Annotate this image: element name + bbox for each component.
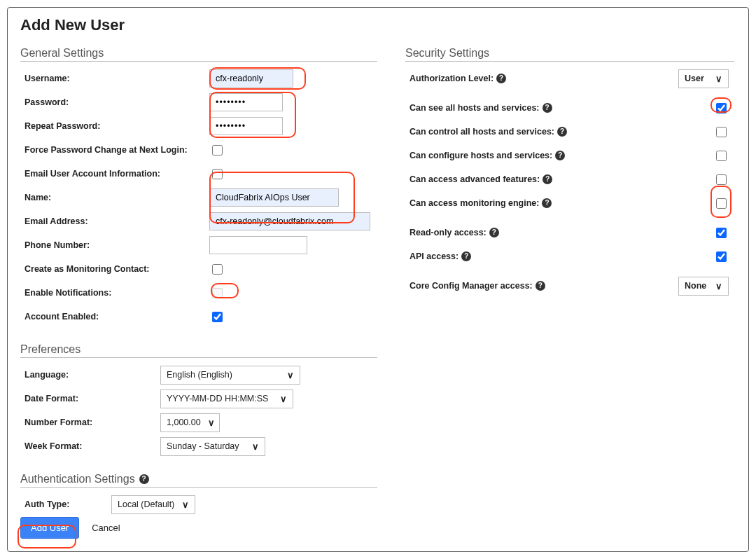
help-icon[interactable]: ? [139,474,149,484]
help-icon[interactable]: ? [555,151,565,160]
phone-label: Phone Number: [20,240,209,250]
email-user-info-checkbox[interactable] [212,169,223,179]
advanced-checkbox[interactable] [716,174,727,185]
username-input[interactable] [209,69,293,88]
see-all-label: Can see all hosts and services: [410,103,540,113]
username-label: Username: [20,74,209,83]
monitoring-engine-label: Can access monitoring engine: [410,198,539,208]
ccm-label: Core Config Manager access: [410,281,533,291]
date-format-select-value: YYYY-MM-DD HH:MM:SS [167,394,268,403]
control-all-checkbox[interactable] [716,127,727,137]
force-pw-change-checkbox[interactable] [212,145,223,156]
language-select-value: English (English) [167,370,232,380]
cancel-button[interactable]: Cancel [85,518,127,538]
ccm-select[interactable]: None ∨ [678,277,729,296]
create-monitoring-label: Create as Monitoring Contact: [20,264,209,274]
divider [20,357,377,358]
configure-label: Can configure hosts and services: [410,151,552,160]
language-label: Language: [20,370,160,380]
week-format-select-value: Sunday - Saturday [167,441,239,451]
force-pw-change-label: Force Password Change at Next Login: [20,145,209,155]
authentication-heading: Authentication Settings ? [20,473,377,485]
chevron-down-icon: ∨ [252,441,259,452]
monitoring-engine-checkbox[interactable] [716,198,727,209]
api-label: API access: [410,251,458,261]
chevron-down-icon: ∨ [182,499,189,510]
general-settings-heading: General Settings [20,47,377,60]
auth-level-select-value: User [685,74,704,83]
help-icon[interactable]: ? [542,103,552,113]
preferences-heading: Preferences [20,343,377,356]
help-icon[interactable]: ? [542,174,552,184]
phone-input[interactable] [209,236,307,254]
auth-type-label: Auth Type: [20,499,111,509]
number-format-select[interactable]: 1,000.00 ∨ [160,413,220,432]
help-icon[interactable]: ? [496,74,506,83]
auth-type-select[interactable]: Local (Default) ∨ [111,495,195,514]
number-format-label: Number Format: [20,417,160,427]
create-monitoring-checkbox[interactable] [212,264,223,275]
enable-notifications-checkbox[interactable] [212,288,223,298]
add-user-button[interactable]: Add User [20,517,79,539]
readonly-checkbox[interactable] [716,228,727,238]
chevron-down-icon: ∨ [280,394,287,404]
name-input[interactable] [209,188,339,207]
auth-level-select[interactable]: User ∨ [678,69,729,88]
advanced-label: Can access advanced features: [410,174,540,184]
auth-type-select-value: Local (Default) [118,499,174,509]
repeat-password-label: Repeat Password: [20,121,209,131]
see-all-checkbox[interactable] [716,103,727,113]
password-input[interactable] [209,93,283,111]
email-label: Email Address: [20,216,209,226]
email-user-info-label: Email User Account Information: [20,169,209,179]
repeat-password-input[interactable] [209,117,283,135]
configure-checkbox[interactable] [716,151,727,161]
chevron-down-icon: ∨ [715,74,722,84]
divider [405,61,734,62]
password-label: Password: [20,97,209,107]
page-title: Add New User [20,16,736,34]
help-icon[interactable]: ? [461,251,471,261]
account-enabled-checkbox[interactable] [212,312,223,322]
chevron-down-icon: ∨ [208,417,215,428]
auth-level-label: Authorization Level: [410,74,493,83]
week-format-label: Week Format: [20,441,160,451]
chevron-down-icon: ∨ [715,281,722,291]
help-icon[interactable]: ? [536,281,545,291]
security-settings-heading: Security Settings [405,47,734,60]
help-icon[interactable]: ? [542,198,552,208]
divider [20,487,377,488]
help-icon[interactable]: ? [489,228,499,237]
number-format-select-value: 1,000.00 [167,417,201,427]
account-enabled-label: Account Enabled: [20,312,209,322]
ccm-select-value: None [685,281,706,291]
help-icon[interactable]: ? [557,127,567,137]
readonly-label: Read-only access: [410,228,486,237]
week-format-select[interactable]: Sunday - Saturday ∨ [160,437,265,456]
control-all-label: Can control all hosts and services: [410,127,554,137]
language-select[interactable]: English (English) ∨ [160,366,300,385]
name-label: Name: [20,193,209,202]
chevron-down-icon: ∨ [287,370,294,380]
date-format-label: Date Format: [20,394,160,403]
divider [20,61,377,62]
enable-notifications-label: Enable Notifications: [20,288,209,298]
date-format-select[interactable]: YYYY-MM-DD HH:MM:SS ∨ [160,389,293,408]
api-checkbox[interactable] [716,251,727,262]
email-input[interactable] [209,212,370,230]
